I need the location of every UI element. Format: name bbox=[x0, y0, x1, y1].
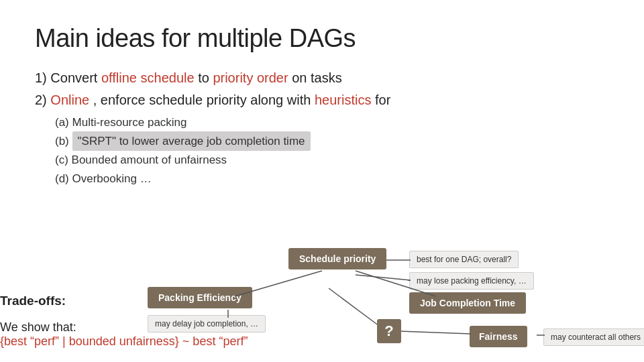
sub-list: (a) Multi-resource packing (b) "SRPT" to… bbox=[55, 113, 609, 188]
sub-item-c: (c) Bounded amount of unfairness bbox=[55, 151, 609, 169]
list-text-comma: , bbox=[93, 93, 97, 107]
list-number-2: 2) bbox=[35, 93, 47, 107]
fairness-box: Fairness bbox=[470, 326, 527, 347]
sub-text-b: "SRPT" to lower average job completion t… bbox=[72, 131, 311, 151]
list-text-tasks: on tasks bbox=[292, 70, 341, 85]
sub-text-a: Multi-resource packing bbox=[72, 116, 187, 129]
slide: Main ideas for multiple DAGs 1) Convert … bbox=[0, 0, 644, 362]
list-text-convert: Convert bbox=[50, 70, 101, 85]
schedule-priority-box: Schedule priority bbox=[288, 248, 386, 269]
best-for-one-dag-box: best for one DAG; overall? bbox=[409, 251, 519, 268]
sub-item-d: (d) Overbooking … bbox=[55, 170, 609, 188]
list-text-enforce: enforce schedule priority along with bbox=[101, 93, 315, 107]
diagram-area: Schedule priority best for one DAG; over… bbox=[0, 248, 644, 362]
sub-item-b: (b) "SRPT" to lower average job completi… bbox=[55, 131, 609, 151]
sub-label-d: (d) bbox=[55, 172, 69, 185]
main-list: 1) Convert offline schedule to priority … bbox=[35, 68, 609, 111]
list-text-to: to bbox=[198, 70, 213, 85]
we-show-section: We show that: {best “perf” | bounded unf… bbox=[0, 320, 248, 349]
tradeoffs-label: Trade-offs: bbox=[0, 294, 66, 308]
may-counteract-box: may counteract all others bbox=[543, 328, 644, 346]
highlight-online: Online bbox=[50, 93, 89, 107]
we-show-label: We show that: bbox=[0, 320, 76, 334]
list-item-2: 2) Online , enforce schedule priority al… bbox=[35, 90, 609, 111]
highlight-offline: offline schedule bbox=[101, 70, 195, 85]
svg-line-6 bbox=[399, 331, 471, 334]
we-show-body: {best “perf” | bounded unfairness} ~ bes… bbox=[0, 335, 248, 348]
job-completion-time-box: Job Completion Time bbox=[409, 292, 526, 314]
sub-text-d: Overbooking … bbox=[72, 172, 152, 185]
question-mark-box: ? bbox=[377, 319, 401, 343]
slide-title: Main ideas for multiple DAGs bbox=[35, 24, 609, 53]
may-lose-packing-box: may lose packing efficiency, … bbox=[409, 272, 534, 290]
sub-label-a: (a) bbox=[55, 116, 69, 129]
sub-label-b: (b) bbox=[55, 135, 69, 147]
svg-line-8 bbox=[356, 275, 411, 280]
sub-text-c: Bounded amount of unfairness bbox=[72, 154, 227, 166]
packing-efficiency-box: Packing Efficiency bbox=[148, 287, 252, 308]
list-number-1: 1) bbox=[35, 70, 47, 85]
sub-label-c: (c) bbox=[55, 154, 68, 166]
highlight-heuristics: heuristics bbox=[315, 93, 371, 107]
list-text-for: for bbox=[375, 93, 390, 107]
highlight-priority-order: priority order bbox=[213, 70, 288, 85]
sub-item-a: (a) Multi-resource packing bbox=[55, 113, 609, 131]
list-item-1: 1) Convert offline schedule to priority … bbox=[35, 68, 609, 88]
svg-line-5 bbox=[329, 288, 379, 326]
